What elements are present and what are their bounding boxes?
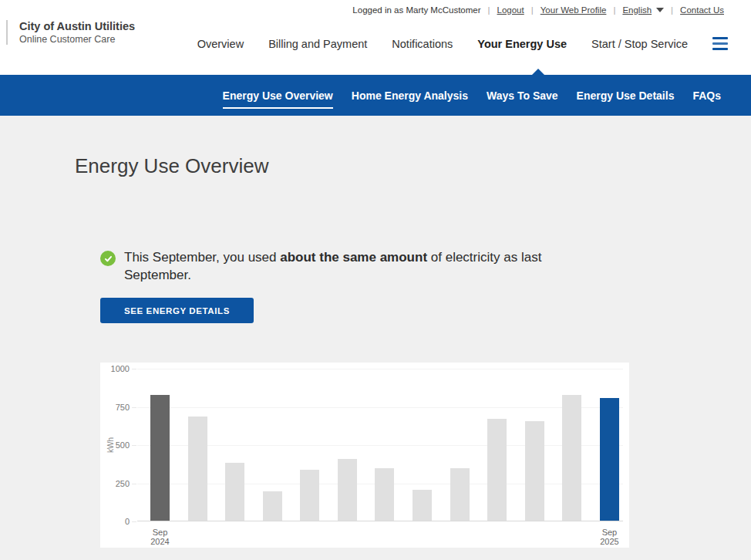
x-tick-label: Sep2025 xyxy=(586,528,632,546)
y-tick-label: 250 xyxy=(100,479,130,488)
subnav-item-home-energy-analysis[interactable]: Home Energy Analysis xyxy=(352,89,468,102)
chart-bar-jan-2025[interactable] xyxy=(300,470,319,521)
chart-bar-feb-2025[interactable] xyxy=(338,459,357,521)
y-tick-label: 1000 xyxy=(100,364,130,373)
chart-bar-apr-2025[interactable] xyxy=(413,490,432,521)
chart-bar-aug-2025[interactable] xyxy=(562,395,581,521)
chart-card: kWh 02505007501000Sep2024Sep2025 xyxy=(100,363,629,548)
separator: | xyxy=(613,5,615,15)
y-tick-label: 750 xyxy=(100,403,130,412)
y-tick-mark xyxy=(132,407,136,408)
nav-item-overview[interactable]: Overview xyxy=(197,38,244,50)
brand-subtitle: Online Customer Care xyxy=(19,34,135,45)
chart-bar-may-2025[interactable] xyxy=(450,468,470,521)
separator: | xyxy=(671,5,673,15)
chart-gridline xyxy=(137,407,623,408)
y-tick-label: 0 xyxy=(100,517,130,526)
nav-item-your-energy-use[interactable]: Your Energy Use xyxy=(477,38,567,50)
chart-gridline xyxy=(137,445,623,446)
separator: | xyxy=(488,5,490,15)
language-label: English xyxy=(622,5,652,15)
y-tick-label: 500 xyxy=(100,440,130,450)
insight-text-bold: about the same amount xyxy=(280,250,427,265)
logged-in-text: Logged in as Marty McCustomer xyxy=(352,5,480,15)
nav-item-billing-and-payment[interactable]: Billing and Payment xyxy=(268,38,367,50)
page-title: Energy Use Overview xyxy=(75,154,268,178)
chart-bar-nov-2024[interactable] xyxy=(225,463,244,521)
brand-title: City of Austin Utilities xyxy=(19,20,135,32)
x-tick-label: Sep2024 xyxy=(137,528,184,546)
brand-logo[interactable]: City of Austin Utilities Online Customer… xyxy=(6,20,135,45)
chevron-down-icon xyxy=(656,8,664,12)
utility-bar: Logged in as Marty McCustomer | Logout |… xyxy=(352,5,724,15)
chart-bar-sep-2024[interactable] xyxy=(150,395,170,521)
chart-bar-jun-2025[interactable] xyxy=(487,419,507,521)
active-section-pointer-caret xyxy=(532,69,544,75)
insight-banner: This September, you used about the same … xyxy=(100,248,606,284)
hamburger-menu-icon[interactable] xyxy=(712,37,728,50)
logout-link[interactable]: Logout xyxy=(497,5,524,15)
subnav-item-ways-to-save[interactable]: Ways To Save xyxy=(487,89,558,102)
y-tick-mark xyxy=(132,369,136,369)
y-tick-mark xyxy=(132,445,136,446)
y-tick-mark xyxy=(132,484,136,484)
insight-text-pre: This September, you used xyxy=(124,250,280,265)
main-nav: Overview Billing and Payment Notificatio… xyxy=(197,37,728,50)
nav-item-notifications[interactable]: Notifications xyxy=(392,38,453,50)
web-profile-link[interactable]: Your Web Profile xyxy=(541,5,607,15)
subnav-item-faqs[interactable]: FAQs xyxy=(692,89,721,102)
site-header: Logged in as Marty McCustomer | Logout |… xyxy=(0,0,751,75)
check-icon xyxy=(100,251,116,266)
chart-gridline xyxy=(137,369,623,369)
language-selector[interactable]: English xyxy=(622,5,664,15)
y-tick-mark xyxy=(132,521,136,522)
subnav-item-energy-use-details[interactable]: Energy Use Details xyxy=(577,89,675,102)
chart-bar-mar-2025[interactable] xyxy=(375,468,394,521)
chart-bar-sep-2025[interactable] xyxy=(600,398,619,521)
main-content: Energy Use Overview This September, you … xyxy=(0,116,751,560)
separator: | xyxy=(531,5,534,15)
chart-bar-oct-2024[interactable] xyxy=(188,417,207,521)
chart-bar-jul-2025[interactable] xyxy=(525,421,544,521)
chart-bar-dec-2024[interactable] xyxy=(263,491,282,521)
energy-sub-nav: Energy Use Overview Home Energy Analysis… xyxy=(0,75,751,116)
contact-us-link[interactable]: Contact Us xyxy=(680,5,724,15)
see-energy-details-button[interactable]: SEE ENERGY DETAILS xyxy=(100,298,254,323)
chart-plot xyxy=(137,369,623,521)
insight-text: This September, you used about the same … xyxy=(124,248,606,284)
nav-item-start-stop-service[interactable]: Start / Stop Service xyxy=(591,38,688,50)
subnav-item-energy-use-overview[interactable]: Energy Use Overview xyxy=(223,89,333,102)
